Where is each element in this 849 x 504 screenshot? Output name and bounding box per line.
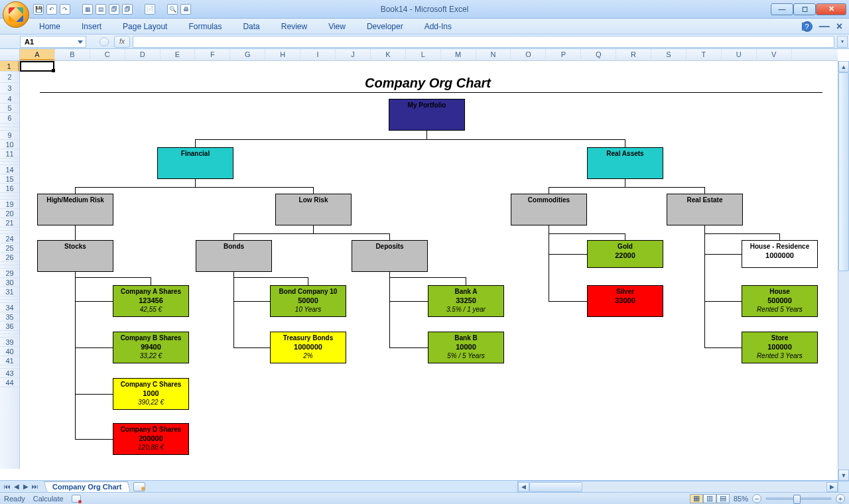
page-layout-view-icon[interactable]: ▥ [703,494,716,503]
col-header[interactable]: G [230,49,265,60]
node-financial[interactable]: Financial [157,147,233,179]
name-box[interactable]: A1 [20,36,86,48]
scroll-thumb[interactable] [838,72,849,271]
node-real-assets[interactable]: Real Assets [587,147,663,179]
row-header[interactable]: 29 [0,269,19,278]
tab-addins[interactable]: Add-Ins [422,20,454,33]
zoom-slider[interactable] [765,497,832,500]
tab-insert[interactable]: Insert [79,20,104,33]
col-header[interactable]: V [757,49,792,60]
row-header[interactable]: 20 [0,209,19,218]
row-header[interactable]: 24 [0,234,19,243]
node-silver[interactable]: Silver33000 [587,285,663,317]
row-header[interactable]: 5 [0,103,19,113]
prev-sheet-icon[interactable]: ◀ [12,482,21,491]
vertical-scrollbar[interactable]: ▲ ▼ [838,61,849,481]
col-header[interactable]: J [336,49,371,60]
minimize-workbook-icon[interactable]: — [819,21,830,32]
tab-review[interactable]: Review [279,20,310,33]
row-header[interactable]: 34 [0,303,19,312]
node-company-b[interactable]: Company B Shares9940033,22 € [113,332,189,363]
row-header[interactable]: 43 [0,369,19,378]
zoom-out-button[interactable]: − [752,494,761,503]
tab-data[interactable]: Data [240,20,262,33]
row-header[interactable]: 40 [0,347,19,356]
tab-home[interactable]: Home [36,20,63,33]
row-header[interactable]: 39 [0,338,19,347]
office-button[interactable] [3,1,29,28]
row-header[interactable]: 19 [0,200,19,209]
tab-formulas[interactable]: Formulas [186,20,224,33]
scroll-left-icon[interactable]: ◀ [518,482,529,492]
node-gold[interactable]: Gold22000 [587,240,663,268]
node-deposits[interactable]: Deposits [352,240,428,272]
row-header[interactable]: 25 [0,243,19,253]
zoom-in-button[interactable]: + [836,494,845,503]
node-house[interactable]: House500000Rented 5 Years [742,285,818,317]
horizontal-scrollbar[interactable]: ◀ ▶ [517,481,838,492]
close-workbook-icon[interactable]: × [836,21,842,32]
col-header[interactable]: I [300,49,336,60]
row-header[interactable]: 21 [0,218,19,227]
col-header[interactable]: L [406,49,441,60]
col-header[interactable]: E [161,49,196,60]
node-bank-b[interactable]: Bank B100005% / 5 Years [428,332,504,363]
node-company-c[interactable]: Company C Shares1000390,22 € [113,378,189,410]
tab-developer[interactable]: Developer [364,20,406,33]
tab-view[interactable]: View [326,20,348,33]
row-header[interactable]: 15 [0,174,19,184]
formula-input[interactable] [133,36,834,48]
undo-icon[interactable]: ↶ [46,4,57,15]
expand-formula-bar-icon[interactable] [837,36,848,48]
scroll-up-icon[interactable]: ▲ [838,61,849,72]
col-header[interactable]: M [441,49,476,60]
col-header[interactable]: D [125,49,161,60]
normal-view-icon[interactable]: ▦ [690,494,703,503]
row-header[interactable]: 6 [0,113,19,124]
col-header[interactable]: N [476,49,511,60]
node-realestate[interactable]: Real Estate [667,194,743,225]
save-icon[interactable]: 💾 [33,4,44,15]
scroll-down-icon[interactable]: ▼ [838,470,849,481]
fx-button[interactable]: fx [114,36,130,48]
row-header[interactable]: 14 [0,165,19,174]
scroll-thumb[interactable] [529,482,582,492]
select-all-corner[interactable] [0,49,20,60]
row-header[interactable]: 3 [0,83,19,94]
node-root[interactable]: My Portfolio [389,99,465,131]
row-header[interactable]: 26 [0,253,19,262]
col-header[interactable]: B [55,49,90,60]
minimize-button[interactable]: — [771,3,793,15]
node-company-a[interactable]: Company A Shares12345642,55 € [113,285,189,317]
macro-record-icon[interactable] [72,495,81,503]
col-header[interactable]: R [616,49,651,60]
node-bonds[interactable]: Bonds [196,240,272,272]
col-header[interactable]: H [265,49,300,60]
redo-icon[interactable]: ↷ [60,4,70,15]
row-header[interactable]: 36 [0,322,19,331]
node-commodities[interactable]: Commodities [511,194,587,225]
row-header[interactable]: 41 [0,356,19,365]
col-header[interactable]: F [195,49,230,60]
col-header[interactable]: Q [581,49,616,60]
row-header[interactable]: 2 [0,72,19,83]
cells-area[interactable]: Company Org Chart My Portfolio Financial… [20,61,838,469]
sheet-tab[interactable]: Company Org Chart [44,481,131,492]
qat-icon[interactable]: ▦ [82,4,93,15]
first-sheet-icon[interactable]: ⏮ [3,482,12,491]
new-sheet-button[interactable] [133,482,145,491]
scroll-right-icon[interactable]: ▶ [826,482,838,492]
node-tbonds[interactable]: Treasury Bonds10000002% [270,332,346,363]
org-chart[interactable]: Company Org Chart My Portfolio Financial… [20,61,838,469]
zoom-level[interactable]: 85% [734,495,748,503]
row-header[interactable]: 35 [0,312,19,322]
col-header[interactable]: C [90,49,125,60]
row-header[interactable]: 4 [0,94,19,103]
qat-icon[interactable]: 🗐 [122,4,133,15]
col-header[interactable]: S [651,49,686,60]
next-sheet-icon[interactable]: ▶ [21,482,31,491]
page-break-view-icon[interactable]: ▤ [716,494,730,503]
col-header[interactable]: P [546,49,581,60]
node-bank-a[interactable]: Bank A332503.5% / 1 year [428,285,504,317]
row-header[interactable]: 1 [0,61,19,72]
